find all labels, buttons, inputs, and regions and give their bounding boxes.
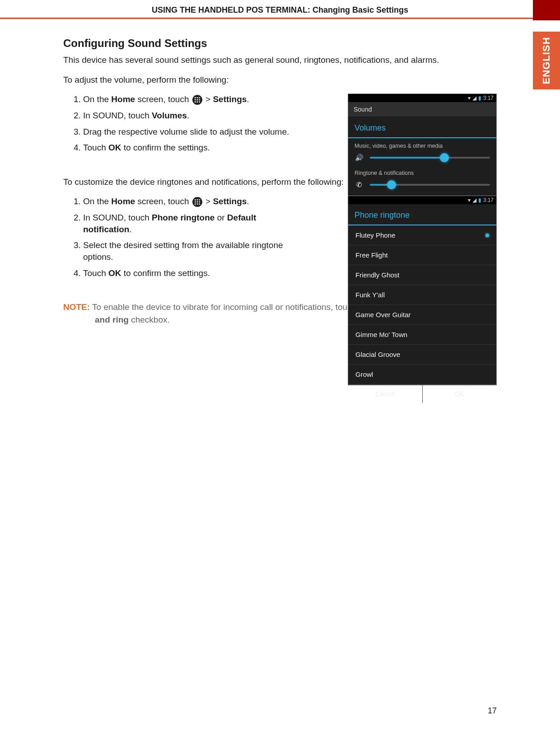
ringtone-steps: On the Home screen, touch > Settings. In… — [63, 196, 303, 279]
svg-point-11 — [199, 199, 200, 201]
clock: 3:17 — [483, 95, 494, 101]
signal-icon: ◢ — [472, 197, 476, 203]
ringtone-option[interactable]: Flutey Phone — [348, 225, 496, 245]
volume-slider[interactable] — [370, 157, 490, 159]
volume-slider[interactable] — [370, 184, 490, 186]
dialog-buttons: Cancel OK — [348, 384, 496, 403]
clock: 3:17 — [483, 197, 494, 203]
radio-selected-icon — [485, 234, 489, 237]
svg-point-1 — [196, 97, 198, 98]
list-item: On the Home screen, touch > Settings. — [83, 196, 303, 207]
volume-steps: On the Home screen, touch > Settings. In… — [63, 94, 303, 154]
svg-point-14 — [199, 201, 200, 203]
ringtone-section: On the Home screen, touch > Settings. In… — [63, 196, 497, 279]
volume-section: On the Home screen, touch > Settings. In… — [63, 94, 497, 154]
content: Configuring Sound Settings This device h… — [63, 37, 497, 326]
figure-ringtone-screenshot: ▾ ◢ ▮ 3:17 Phone ringtone Flutey PhoneFr… — [348, 196, 497, 385]
list-item: In SOUND, touch Volumes. — [83, 110, 303, 122]
ringtone-label: Free Flight — [355, 251, 388, 259]
list-item: Touch OK to confirm the settings. — [83, 267, 303, 279]
ringtone-label: Flutey Phone — [355, 231, 395, 239]
signal-icon: ◢ — [472, 95, 476, 101]
svg-point-10 — [196, 199, 198, 201]
apps-icon — [192, 95, 202, 105]
status-bar: ▾ ◢ ▮ 3:17 — [348, 94, 496, 102]
ringtone-label: Glacial Groove — [355, 351, 400, 358]
intro-text: This device has several sound settings s… — [63, 54, 497, 66]
ok-button[interactable]: OK — [423, 385, 497, 403]
list-item: On the Home screen, touch > Settings. — [83, 94, 303, 105]
note-label: NOTE: — [63, 302, 90, 312]
svg-point-15 — [195, 204, 196, 205]
screen-header: Sound — [348, 102, 496, 117]
ringtone-option[interactable]: Glacial Groove — [348, 345, 496, 365]
svg-point-6 — [195, 102, 196, 103]
svg-point-7 — [196, 102, 198, 103]
ringtone-label: Funk Y'all — [355, 291, 385, 299]
ringtone-label: Friendly Ghost — [355, 271, 400, 279]
page-header: USING THE HANDHELD POS TERMINAL: Changin… — [0, 0, 560, 19]
volume-slider-group: Ringtone & notifications✆ — [348, 165, 496, 192]
svg-point-16 — [196, 204, 198, 205]
corner-block — [533, 0, 560, 20]
apps-icon — [192, 197, 202, 207]
list-item: Touch OK to confirm the settings. — [83, 142, 303, 154]
volume-lead: To adjust the volume, perform the follow… — [63, 74, 497, 86]
page-header-title: USING THE HANDHELD POS TERMINAL: Changin… — [0, 0, 560, 15]
svg-point-4 — [196, 99, 198, 101]
list-item: In SOUND, touch Phone ringtone or Defaul… — [83, 212, 303, 235]
slider-label: Ringtone & notifications — [355, 170, 490, 176]
battery-icon: ▮ — [478, 197, 481, 203]
language-tab: ENGLISH — [533, 32, 560, 89]
svg-point-9 — [195, 199, 196, 201]
slider-icon: ✆ — [355, 181, 364, 189]
ringtone-option[interactable]: Game Over Guitar — [348, 305, 496, 325]
ringtone-option[interactable]: Growl — [348, 365, 496, 384]
ringtone-label: Game Over Guitar — [355, 311, 411, 319]
svg-point-2 — [199, 97, 200, 98]
wifi-icon: ▾ — [468, 197, 471, 203]
cancel-button[interactable]: Cancel — [348, 385, 423, 403]
ringtone-option[interactable]: Free Flight — [348, 245, 496, 265]
battery-icon: ▮ — [478, 95, 481, 101]
ringtone-label: Gimme Mo' Town — [355, 331, 407, 338]
wifi-icon: ▾ — [468, 95, 471, 101]
slider-icon: 🔊 — [355, 154, 364, 162]
svg-point-13 — [196, 201, 198, 203]
list-item: Drag the respective volume slide to adju… — [83, 126, 303, 138]
page-number: 17 — [488, 706, 497, 716]
ringtone-label: Growl — [355, 370, 373, 378]
svg-point-12 — [195, 201, 196, 203]
slider-label: Music, video, games & other media — [355, 143, 490, 149]
language-tab-label: ENGLISH — [541, 37, 552, 84]
dialog-title: Phone ringtone — [348, 204, 496, 225]
section-heading: Configuring Sound Settings — [63, 37, 497, 50]
volume-slider-group: Music, video, games & other media🔊 — [348, 138, 496, 165]
svg-point-3 — [195, 99, 196, 101]
svg-point-5 — [199, 99, 200, 101]
ringtone-option[interactable]: Funk Y'all — [348, 285, 496, 305]
ringtone-option[interactable]: Friendly Ghost — [348, 265, 496, 285]
list-item: Select the desired setting from the avai… — [83, 239, 303, 262]
svg-point-0 — [195, 97, 196, 98]
svg-point-17 — [199, 204, 200, 205]
svg-point-8 — [199, 102, 200, 103]
status-bar: ▾ ◢ ▮ 3:17 — [348, 196, 496, 204]
ringtone-option[interactable]: Gimme Mo' Town — [348, 325, 496, 345]
dialog-title: Volumes — [348, 117, 496, 138]
